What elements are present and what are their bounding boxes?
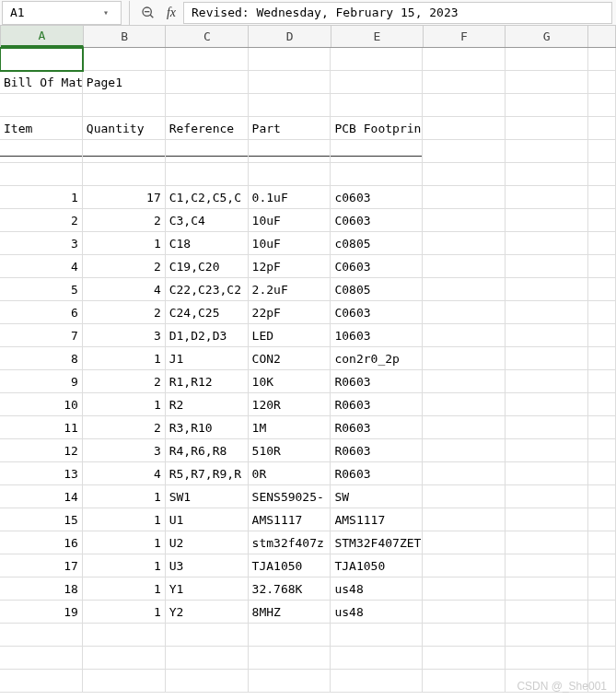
cell[interactable]	[506, 393, 588, 416]
cell-ref[interactable]: R1,R12	[166, 370, 249, 393]
cell[interactable]	[588, 439, 616, 462]
cell[interactable]	[423, 624, 506, 647]
cell[interactable]	[506, 370, 588, 393]
cell-ref[interactable]: U2	[166, 531, 249, 554]
cell-item[interactable]: 17	[0, 554, 83, 578]
cell[interactable]	[506, 140, 588, 163]
cell-qty[interactable]: 1	[83, 531, 166, 554]
cell[interactable]	[249, 48, 331, 71]
cell[interactable]	[506, 163, 588, 186]
cell-qty[interactable]: 1	[83, 393, 166, 416]
underline-cell[interactable]	[331, 140, 423, 163]
cell-ref[interactable]: SW1	[166, 485, 249, 508]
cell-a1[interactable]	[0, 48, 83, 71]
cell-qty[interactable]: 1	[83, 508, 166, 531]
cell[interactable]	[83, 670, 166, 693]
cell-fp[interactable]: R0603	[331, 416, 423, 439]
cell[interactable]	[0, 163, 83, 186]
cell-ref[interactable]: Y2	[166, 601, 249, 624]
cell[interactable]	[588, 232, 616, 255]
cell-item[interactable]: 12	[0, 439, 83, 462]
cell[interactable]	[588, 647, 616, 670]
col-header-f[interactable]: F	[424, 26, 506, 47]
cell[interactable]	[423, 117, 506, 140]
cell-fp[interactable]: C0603	[331, 301, 423, 324]
cell-ref[interactable]: U3	[166, 554, 249, 578]
cell[interactable]	[331, 94, 423, 117]
cell-fp[interactable]: R0603	[331, 370, 423, 393]
cell[interactable]	[423, 347, 506, 370]
cell-part[interactable]: TJA1050	[249, 554, 331, 578]
cell[interactable]	[588, 278, 616, 301]
cell[interactable]	[588, 301, 616, 324]
cell-item[interactable]: 14	[0, 485, 83, 508]
cell[interactable]	[0, 647, 83, 670]
cell-ref[interactable]: C3,C4	[166, 209, 249, 232]
cell[interactable]	[249, 647, 331, 670]
cell-item[interactable]: 4	[0, 255, 83, 278]
cell[interactable]	[166, 163, 249, 186]
hdr-fp[interactable]: PCB Footprint	[331, 117, 423, 140]
col-header-h[interactable]	[588, 26, 616, 47]
cell-item[interactable]: 2	[0, 209, 83, 232]
cell[interactable]	[506, 209, 588, 232]
cell-part[interactable]: CON2	[249, 347, 331, 370]
cell[interactable]	[506, 416, 588, 439]
cell-ref[interactable]: Y1	[166, 578, 249, 601]
cell[interactable]	[423, 439, 506, 462]
cell-part[interactable]: 22pF	[249, 301, 331, 324]
cell-part[interactable]: 1M	[249, 416, 331, 439]
cell[interactable]	[588, 370, 616, 393]
cell[interactable]	[423, 48, 506, 71]
cell-item[interactable]: 11	[0, 416, 83, 439]
cell[interactable]	[506, 601, 588, 624]
formula-bar[interactable]: Revised: Wednesday, February 15, 2023	[183, 2, 612, 24]
cell-fp[interactable]: C0603	[331, 255, 423, 278]
cell[interactable]	[588, 48, 616, 71]
cell-ref[interactable]: J1	[166, 347, 249, 370]
underline-cell[interactable]	[0, 140, 83, 163]
cell-qty[interactable]: 4	[83, 278, 166, 301]
cell[interactable]	[423, 531, 506, 554]
cell-item[interactable]: 9	[0, 370, 83, 393]
cell[interactable]	[506, 647, 588, 670]
cell[interactable]	[588, 601, 616, 624]
cell-qty[interactable]: 1	[83, 601, 166, 624]
cell-part[interactable]: 8MHZ	[249, 601, 331, 624]
cell[interactable]	[506, 554, 588, 578]
cell[interactable]	[588, 163, 616, 186]
cell[interactable]	[331, 48, 423, 71]
cell[interactable]	[331, 163, 423, 186]
cell-ref[interactable]: C1,C2,C5,C	[166, 186, 249, 209]
cell-part[interactable]: 12pF	[249, 255, 331, 278]
cell[interactable]	[588, 117, 616, 140]
cell-qty[interactable]: 1	[83, 578, 166, 601]
cell[interactable]	[83, 647, 166, 670]
cell[interactable]	[506, 578, 588, 601]
cell[interactable]	[423, 324, 506, 347]
underline-cell[interactable]	[249, 140, 331, 163]
cell[interactable]	[423, 670, 506, 693]
col-header-b[interactable]: B	[84, 26, 167, 47]
cell[interactable]	[0, 624, 83, 647]
cell-item[interactable]: 10	[0, 393, 83, 416]
cell-part[interactable]: stm32f407z	[249, 531, 331, 554]
cell-fp[interactable]: us48	[331, 601, 423, 624]
cell-qty[interactable]: 1	[83, 554, 166, 578]
cell[interactable]	[331, 647, 423, 670]
cell-qty[interactable]: 3	[83, 324, 166, 347]
cell[interactable]	[588, 416, 616, 439]
cell[interactable]	[423, 508, 506, 531]
cell-part[interactable]: SENS59025-	[249, 485, 331, 508]
cell-item[interactable]: 18	[0, 578, 83, 601]
cell[interactable]	[588, 578, 616, 601]
cell-fp[interactable]: R0603	[331, 462, 423, 485]
cell-title[interactable]: Bill Of Materials	[0, 71, 83, 94]
cell-item[interactable]: 1	[0, 186, 83, 209]
cell-item[interactable]: 3	[0, 232, 83, 255]
cell-part[interactable]: 10K	[249, 370, 331, 393]
name-box[interactable]: ▾	[2, 1, 122, 25]
cell-part[interactable]: 10uF	[249, 232, 331, 255]
cell-qty[interactable]: 2	[83, 209, 166, 232]
hdr-qty[interactable]: Quantity	[83, 117, 166, 140]
